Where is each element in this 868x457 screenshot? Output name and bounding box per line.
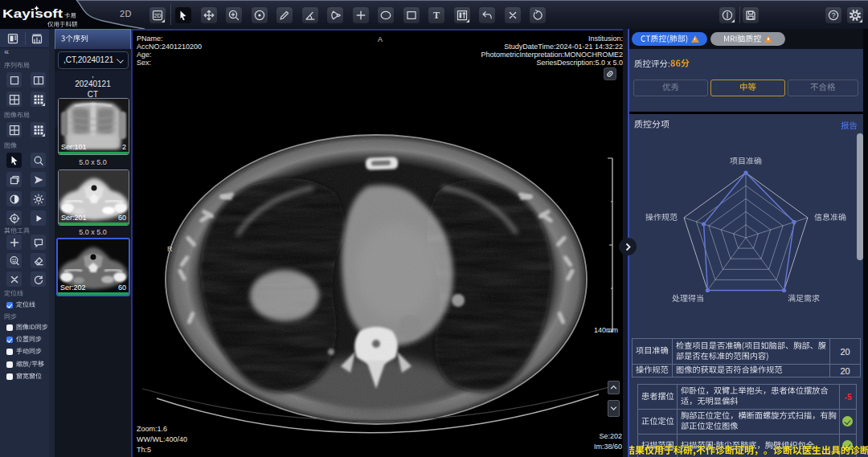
svg-text:Kayisoft: Kayisoft [2, 6, 63, 20]
svg-text:2D: 2D [154, 13, 162, 18]
svg-text:T: T [433, 10, 440, 21]
svg-text:?: ? [832, 11, 836, 19]
